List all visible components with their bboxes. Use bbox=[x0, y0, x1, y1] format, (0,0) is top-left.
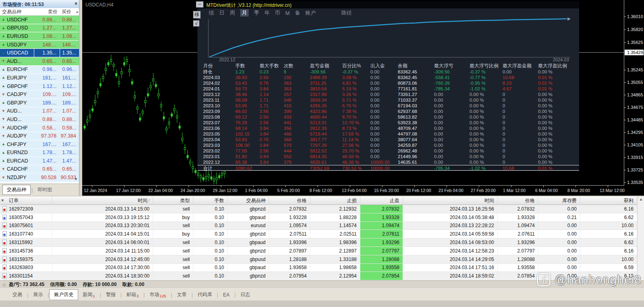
menu-item-周[interactable]: 周 bbox=[230, 9, 235, 17]
order-row[interactable]: 1631593752024.03.14 12:45:00sell0.10gbpu… bbox=[0, 255, 637, 264]
order-row[interactable]: 1631077402024.03.14 04:15:01buy0.10gbpnz… bbox=[0, 230, 637, 238]
market-row[interactable]: ▲USDJPY148....148.... bbox=[0, 41, 79, 49]
order-cell: 1.98658 bbox=[310, 264, 360, 272]
tab-日志[interactable]: 日志 bbox=[236, 290, 255, 300]
price-tick bbox=[624, 17, 626, 17]
menu-item-年[interactable]: 年 bbox=[264, 9, 270, 17]
stats-row[interactable]: 2023.1158.091.713463839.345.71 %0.007103… bbox=[197, 97, 579, 103]
stats-cell: 3.84 bbox=[260, 125, 284, 131]
menu-item-日[interactable]: 日 bbox=[219, 9, 224, 17]
tab-交易[interactable]: 交易 bbox=[8, 290, 27, 300]
scroll-down-icon[interactable]: ▼ bbox=[74, 177, 78, 181]
stats-row[interactable]: 2023.0869.122.564934690.448.70 %0.005861… bbox=[197, 114, 579, 120]
stats-row[interactable]: 2023.0668.143.843563912.398.73 %0.004870… bbox=[197, 125, 579, 131]
orders-header-cell[interactable]: 交易品种 bbox=[228, 196, 269, 205]
tab-展示[interactable]: 展示 bbox=[29, 290, 47, 300]
scroll-up-icon[interactable]: ▲ bbox=[639, 197, 643, 201]
order-row[interactable]: 1631159922024.03.14 06:00:01sell0.10gbpa… bbox=[0, 238, 637, 247]
time-axis[interactable]: 12 Jan 202417 Jan 12:0022 Jan 04:0024 Ja… bbox=[82, 185, 624, 196]
column-bid[interactable]: 卖价 bbox=[34, 8, 60, 15]
stats-row[interactable]: 2024.0159.733.843633810.545.19 %0.007716… bbox=[197, 86, 579, 92]
stats-row[interactable]: 2024.0338.932.561922489.393.08 %0.008336… bbox=[197, 75, 579, 80]
orders-header-cell[interactable]: 库存费 bbox=[538, 196, 580, 205]
column-symbol[interactable]: 交易品种 bbox=[0, 8, 34, 15]
menu-item-账户[interactable]: 账户 bbox=[305, 9, 316, 17]
market-row[interactable]: ▼NZDJPY90.52890.533 bbox=[0, 173, 79, 182]
orders-header-cell[interactable]: 获利 bbox=[580, 196, 637, 205]
order-row[interactable]: 1632638032024.03.14 17:30:00sell0.10gbpa… bbox=[0, 264, 637, 272]
stats-row[interactable]: 2023.05102.153.844666719.4417.65 %0.0044… bbox=[197, 131, 579, 137]
market-row[interactable]: ▲USDCHF0.88...0.88... bbox=[0, 16, 79, 24]
market-row[interactable]: ▲EURNZD1.78...1.78... bbox=[0, 149, 79, 157]
menu-item-M[interactable]: M bbox=[285, 10, 290, 16]
stats-cell: 0.00 bbox=[434, 142, 469, 148]
market-row[interactable]: ▼AUD...0.65...0.65... bbox=[0, 57, 79, 66]
minimize-button[interactable]: ─ bbox=[196, 1, 204, 8]
orders-header-cell[interactable]: 订单 bbox=[0, 196, 52, 205]
tab-文章[interactable]: 文章 bbox=[172, 290, 191, 300]
stats-row[interactable]: 2023.1063.951.714154256.356.76 %0.006719… bbox=[197, 103, 579, 109]
stats-row[interactable]: 2024.0253.430.763633711.254.81 %0.008087… bbox=[197, 80, 579, 86]
market-row[interactable]: ▼CADJPY109....109.... bbox=[0, 90, 79, 99]
stats-row[interactable]: 2023.0966.022.563994323.867.38 %0.006293… bbox=[197, 109, 579, 114]
market-row[interactable]: ▼CADCHF0.65...0.65... bbox=[0, 165, 79, 174]
tab-新闻[interactable]: 新闻1 bbox=[78, 290, 99, 300]
market-row[interactable]: ▲EURUSD1.08...1.08... bbox=[0, 32, 79, 41]
order-row[interactable]: 1631457362024.03.14 11:15:00sell0.10gbpn… bbox=[0, 247, 637, 255]
market-row[interactable]: ▼AUD...1.07...1.07... bbox=[0, 107, 79, 116]
menu-item-备[interactable]: 备 bbox=[295, 9, 300, 17]
orders-header-cell[interactable]: 价格 bbox=[498, 196, 538, 205]
stats-row[interactable]: 2023.0776.292.564415213.9110.70 %0.00539… bbox=[197, 120, 579, 125]
column-ask[interactable]: 买价 bbox=[60, 8, 73, 15]
menu-item-季[interactable]: 季 bbox=[254, 9, 259, 17]
market-row[interactable]: ▲USDCAD1.35...1.35... bbox=[0, 49, 79, 57]
stats-cell: 0.00 % bbox=[538, 92, 576, 97]
market-row[interactable]: ▲CHFJPY167....167.... bbox=[0, 140, 79, 149]
menu-item-月[interactable]: 月 bbox=[240, 9, 249, 17]
tab-警报[interactable]: 警报 bbox=[102, 290, 120, 300]
price-axis[interactable]: 1.360101.358201.356251.352451.350551.348… bbox=[624, 0, 644, 185]
menu-item-综[interactable]: 综 bbox=[209, 9, 214, 17]
orders-header-cell[interactable]: 止盈 bbox=[360, 196, 403, 205]
orders-header-cell[interactable]: 手数 bbox=[193, 196, 228, 205]
market-row[interactable]: ▲EURCAD1.47...1.47... bbox=[0, 157, 79, 165]
stats-row[interactable]: 合计1090.6273052.69730.53 %10000.00-785.34… bbox=[197, 165, 579, 171]
order-row[interactable]: 1630570432024.03.13 19:15:12buy0.10gbpau… bbox=[0, 213, 637, 222]
market-row[interactable]: ▲EURCHF0.96...0.96... bbox=[0, 66, 79, 74]
orders-header-cell[interactable]: 时间 ∕ bbox=[52, 196, 153, 205]
scroll-up-icon[interactable]: ▲ bbox=[73, 10, 79, 14]
market-row[interactable]: ▲GBPJPY189....189.... bbox=[0, 99, 79, 107]
orders-header-cell[interactable]: 时间 bbox=[403, 196, 498, 205]
tab-代码库[interactable]: 代码库 bbox=[193, 290, 216, 300]
stats-row[interactable]: 2022.1265.383.843794635.6146.36 %10000.0… bbox=[197, 159, 579, 165]
stats-row[interactable]: 持仓1.230.239-309.56-0.37 %0.0083362.45-30… bbox=[197, 69, 579, 75]
stats-row[interactable]: 2023.0277.052.564445512.5225.70 %0.00269… bbox=[197, 148, 579, 154]
market-row[interactable]: ▲EURJPY161....161.... bbox=[0, 74, 79, 82]
orders-header-cell[interactable]: 止损 bbox=[310, 196, 360, 205]
market-row[interactable]: ▲GBPCHF1.12...1.12... bbox=[0, 82, 79, 91]
menu-item-币[interactable]: 币 bbox=[275, 9, 280, 17]
stats-row[interactable]: 2023.0453.830.763683817.7711.14 %0.00380… bbox=[197, 137, 579, 142]
market-watch-tab[interactable]: 交易品种 bbox=[2, 185, 31, 195]
tab-邮箱[interactable]: 邮箱3 bbox=[122, 290, 143, 300]
tab-EA[interactable]: EA bbox=[218, 290, 234, 299]
menu-item-路径[interactable]: 路径 bbox=[341, 9, 352, 17]
market-watch-tab[interactable]: 即时图 bbox=[33, 185, 56, 194]
bid-cell: 0.65... bbox=[34, 57, 60, 65]
stats-row[interactable]: 2023.1238.461.142572317.903.26 %0.007335… bbox=[197, 92, 579, 97]
orders-header-cell[interactable]: 价格 bbox=[269, 196, 310, 205]
order-row[interactable]: 1630756012024.03.13 20:30:01sell0.10euru… bbox=[0, 222, 637, 230]
market-row[interactable]: ▼AUDCHF0.58...0.58... bbox=[0, 124, 79, 132]
market-row[interactable]: ▲GBPUSD1.27...1.27... bbox=[0, 24, 79, 33]
market-row[interactable]: ▼AUD...0.88...0.88... bbox=[0, 115, 79, 124]
order-row[interactable]: 1629723092024.03.13 14:15:00sell0.10gbpn… bbox=[0, 205, 637, 213]
stats-cell: 0 bbox=[503, 148, 538, 154]
tab-账户历史[interactable]: 账户历史 bbox=[49, 289, 78, 300]
tab-市场[interactable]: 市场125 bbox=[145, 290, 170, 300]
market-row[interactable]: ▼AUDJPY97.37897.384 bbox=[0, 132, 79, 140]
stats-row[interactable]: 2023.0191.823.845526814.3546.56 %0.00214… bbox=[197, 154, 579, 159]
stats-row[interactable]: 2023.03106.003.845737297.3927.06 %0.0034… bbox=[197, 142, 579, 148]
close-icon[interactable]: × bbox=[75, 1, 77, 6]
orders-header-cell[interactable]: 类型 bbox=[153, 196, 193, 205]
orders-close-icon[interactable]: × bbox=[1, 198, 4, 203]
